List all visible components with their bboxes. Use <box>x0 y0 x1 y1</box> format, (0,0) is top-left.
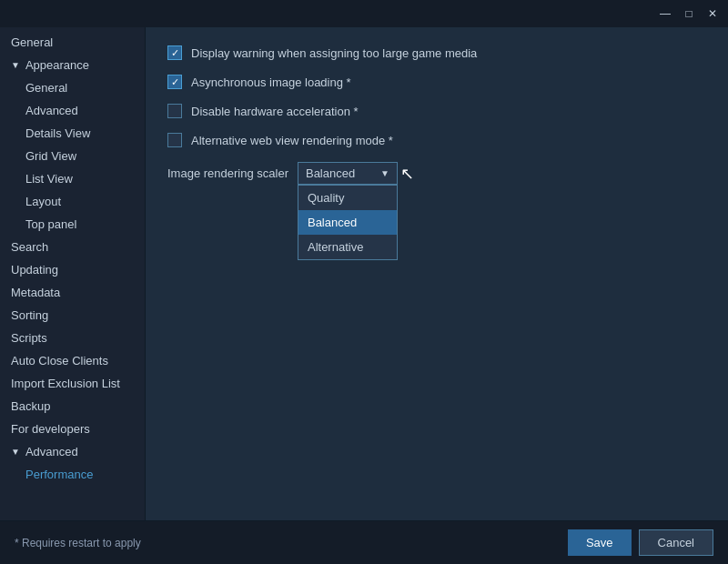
scaler-dropdown-button[interactable]: Balanced ▼ <box>298 162 398 185</box>
checkbox-label-alt-web: Alternative web view rendering mode * <box>191 134 393 147</box>
maximize-button[interactable]: □ <box>677 4 701 24</box>
content-area: Display warning when assigning too large… <box>146 27 728 520</box>
sidebar-item-auto-close[interactable]: Auto Close Clients <box>0 349 145 372</box>
cursor-icon: ↖ <box>400 164 414 184</box>
sidebar: General ▼ Appearance General Advanced De… <box>0 27 146 520</box>
sidebar-item-backup[interactable]: Backup <box>0 395 145 418</box>
checkbox-async-image[interactable] <box>167 75 182 89</box>
checkbox-label-async-image: Asynchronous image loading * <box>191 76 351 89</box>
sidebar-item-list-view[interactable]: List View <box>0 167 145 190</box>
checkbox-row-alt-web: Alternative web view rendering mode * <box>167 133 706 147</box>
scaler-row: Image rendering scaler Balanced ▼ Qualit… <box>167 162 706 185</box>
checkbox-row-warn-large-media: Display warning when assigning too large… <box>167 45 706 60</box>
scaler-current-value: Balanced <box>306 166 355 180</box>
scaler-dropdown-container: Balanced ▼ Quality Balanced Alternative … <box>298 162 398 185</box>
checkbox-row-async-image: Asynchronous image loading * <box>167 75 706 89</box>
sidebar-item-top-panel[interactable]: Top panel <box>0 213 145 236</box>
scaler-option-balanced[interactable]: Balanced <box>298 210 397 235</box>
sidebar-item-general[interactable]: General <box>0 31 145 54</box>
title-bar: — □ ✕ <box>0 0 728 27</box>
scaler-label: Image rendering scaler <box>167 166 288 180</box>
sidebar-item-import-exclusion[interactable]: Import Exclusion List <box>0 372 145 395</box>
sidebar-item-details-view[interactable]: Details View <box>0 122 145 145</box>
scaler-dropdown-menu: Quality Balanced Alternative <box>298 185 398 260</box>
arrow-icon: ▼ <box>11 447 20 457</box>
footer-buttons: Save Cancel <box>568 529 713 556</box>
save-button[interactable]: Save <box>568 529 632 556</box>
checkbox-label-warn-large-media: Display warning when assigning too large… <box>191 46 477 60</box>
close-button[interactable]: ✕ <box>701 4 724 24</box>
sidebar-item-sorting[interactable]: Sorting <box>0 304 145 327</box>
footer-note: * Requires restart to apply <box>15 537 141 549</box>
cancel-button[interactable]: Cancel <box>639 529 713 556</box>
checkbox-warn-large-media[interactable] <box>167 45 182 60</box>
arrow-icon: ▼ <box>11 60 20 70</box>
sidebar-item-appearance[interactable]: ▼ Appearance <box>0 54 145 76</box>
sidebar-item-general-sub[interactable]: General <box>0 76 145 99</box>
dropdown-arrow-icon: ▼ <box>380 168 389 178</box>
sidebar-item-advanced[interactable]: ▼ Advanced <box>0 440 145 463</box>
sidebar-item-advanced-sub[interactable]: Advanced <box>0 99 145 122</box>
sidebar-item-metadata[interactable]: Metadata <box>0 281 145 304</box>
checkbox-alt-web[interactable] <box>167 133 182 147</box>
main-area: General ▼ Appearance General Advanced De… <box>0 27 728 520</box>
scaler-option-quality[interactable]: Quality <box>298 186 397 210</box>
sidebar-item-grid-view[interactable]: Grid View <box>0 145 145 167</box>
checkbox-disable-hw[interactable] <box>167 104 182 118</box>
scaler-option-alternative[interactable]: Alternative <box>298 235 397 259</box>
sidebar-item-for-developers[interactable]: For developers <box>0 418 145 440</box>
sidebar-item-scripts[interactable]: Scripts <box>0 327 145 349</box>
minimize-button[interactable]: — <box>653 4 677 24</box>
sidebar-item-layout[interactable]: Layout <box>0 190 145 213</box>
checkbox-label-disable-hw: Disable hardware acceleration * <box>191 105 359 118</box>
checkbox-row-disable-hw: Disable hardware acceleration * <box>167 104 706 118</box>
sidebar-item-search[interactable]: Search <box>0 236 145 258</box>
footer: * Requires restart to apply Save Cancel <box>0 520 728 564</box>
sidebar-item-performance[interactable]: Performance <box>0 463 145 486</box>
sidebar-item-updating[interactable]: Updating <box>0 258 145 281</box>
